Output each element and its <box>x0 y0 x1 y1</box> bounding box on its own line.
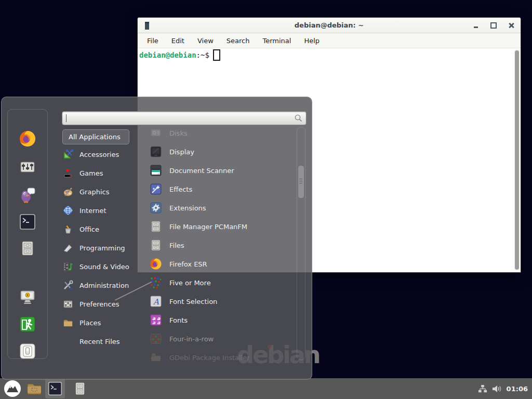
app-fonts[interactable]: a a a a Fonts <box>149 311 297 329</box>
administration-icon <box>63 280 73 290</box>
prompt-suffix: :~$ <box>196 51 209 59</box>
preferences-icon <box>63 299 73 309</box>
close-button[interactable] <box>508 22 514 29</box>
pidgin-launcher[interactable] <box>19 187 36 203</box>
category-accessories[interactable]: Accessories <box>62 145 138 164</box>
effects-icon <box>150 183 162 195</box>
category-sound-video[interactable]: Sound & Video <box>62 257 138 276</box>
lock-screen-icon <box>19 289 36 305</box>
font-selection-icon: A <box>150 295 162 308</box>
gdebi-icon <box>150 351 162 364</box>
category-all-applications[interactable]: All Applications <box>62 129 129 144</box>
sound-video-icon <box>63 261 73 272</box>
file-cabinet-icon <box>19 240 36 257</box>
category-list: Accessories Games Graphics <box>62 145 138 351</box>
app-disks[interactable]: Disks <box>149 124 297 142</box>
control-panel-launcher[interactable] <box>19 158 36 175</box>
category-games[interactable]: Games <box>62 164 138 182</box>
minimize-button[interactable] <box>473 22 479 29</box>
menu-view[interactable]: View <box>197 37 214 45</box>
prompt-user: debian@debian <box>139 51 196 59</box>
search-box[interactable] <box>62 111 307 125</box>
games-icon <box>63 168 73 178</box>
category-places[interactable]: Places <box>62 313 138 332</box>
category-internet[interactable]: Internet <box>62 201 138 220</box>
files-taskbar-launcher[interactable] <box>70 379 90 398</box>
terminal-icon <box>19 214 36 230</box>
category-programming[interactable]: Programming <box>62 238 138 257</box>
menu-terminal[interactable]: Terminal <box>262 37 291 45</box>
menu-button[interactable] <box>4 380 21 397</box>
shutdown-icon <box>19 343 36 360</box>
office-icon <box>63 224 73 234</box>
clock[interactable]: 01:06 <box>507 385 528 393</box>
app-four-in-a-row[interactable]: Four-in-a-row <box>149 329 297 348</box>
app-font-selection[interactable]: A Font Selection <box>149 292 297 311</box>
app-list: Disks Display Document Scanner <box>149 124 297 367</box>
system-tray: 01:06 <box>478 378 528 399</box>
app-display[interactable]: Display <box>149 142 297 161</box>
app-files[interactable]: Files <box>149 236 297 255</box>
five-or-more-icon <box>150 276 162 289</box>
shutdown-button[interactable] <box>19 343 36 360</box>
category-preferences[interactable]: Preferences <box>62 295 138 313</box>
terminal-scrollbar[interactable] <box>514 49 520 271</box>
app-firefox-esr[interactable]: Firefox ESR <box>149 255 297 273</box>
terminal-scrollbar-thumb[interactable] <box>515 50 519 270</box>
maximize-button[interactable] <box>490 22 497 29</box>
terminal-window-icon <box>145 22 149 30</box>
category-administration[interactable]: Administration <box>62 276 138 295</box>
search-input[interactable] <box>65 113 289 123</box>
logout-button[interactable] <box>19 316 36 332</box>
control-panel-icon <box>19 158 36 175</box>
terminal-prompt: debian@debian:~$ <box>139 49 220 61</box>
category-graphics[interactable]: Graphics <box>62 182 138 201</box>
app-five-or-more[interactable]: Five or More <box>149 273 297 292</box>
search-icon <box>294 114 303 123</box>
application-menu: All Applications Accessories Games <box>1 97 312 380</box>
logout-icon <box>19 316 36 332</box>
lock-screen-button[interactable] <box>19 289 36 305</box>
network-icon[interactable] <box>478 384 487 393</box>
menu-file[interactable]: File <box>147 37 158 45</box>
pidgin-icon <box>19 187 36 203</box>
graphics-icon <box>63 187 73 197</box>
search-caret <box>66 114 66 122</box>
app-extensions[interactable]: Extensions <box>149 198 297 217</box>
document-scanner-icon <box>150 164 162 177</box>
svg-text:A: A <box>153 297 159 307</box>
terminal-launcher[interactable] <box>19 214 36 230</box>
app-list-scrollbar[interactable] <box>297 127 305 360</box>
fonts-icon: a a a a <box>150 314 162 326</box>
app-effects[interactable]: Effects <box>149 180 297 198</box>
category-recent-files[interactable]: Recent Files <box>62 332 138 351</box>
terminal-icon <box>48 381 62 396</box>
app-document-scanner[interactable]: Document Scanner <box>149 161 297 180</box>
menu-help[interactable]: Help <box>304 37 320 45</box>
file-cabinet-icon <box>150 220 162 233</box>
menu-search[interactable]: Search <box>227 37 250 45</box>
folder-launcher[interactable] <box>24 379 44 398</box>
disks-icon <box>150 127 162 139</box>
taskbar: 01:06 <box>0 378 532 399</box>
files-launcher[interactable] <box>19 240 36 257</box>
volume-icon[interactable] <box>492 384 502 393</box>
firefox-icon <box>19 130 36 147</box>
category-office[interactable]: Office <box>62 220 138 238</box>
folder-icon <box>26 382 42 395</box>
terminal-titlebar[interactable]: debian@debian: ~ <box>138 18 521 33</box>
app-file-manager-pcmanfm[interactable]: File Manager PCManFM <box>149 217 297 236</box>
terminal-window-button[interactable] <box>45 379 65 398</box>
internet-icon <box>63 205 73 216</box>
menu-edit[interactable]: Edit <box>171 37 184 45</box>
programming-icon <box>63 243 73 253</box>
extensions-icon <box>150 202 162 214</box>
terminal-cursor <box>213 49 220 61</box>
four-in-a-row-icon <box>150 332 162 345</box>
app-list-scrollbar-thumb[interactable] <box>298 165 304 198</box>
terminal-menubar: File Edit View Search Terminal Help <box>138 33 521 48</box>
app-gdebi-package-installer[interactable]: GDebi Package Installer <box>149 348 297 367</box>
display-icon <box>150 145 162 158</box>
file-cabinet-icon <box>73 381 87 396</box>
firefox-launcher[interactable] <box>19 130 36 147</box>
